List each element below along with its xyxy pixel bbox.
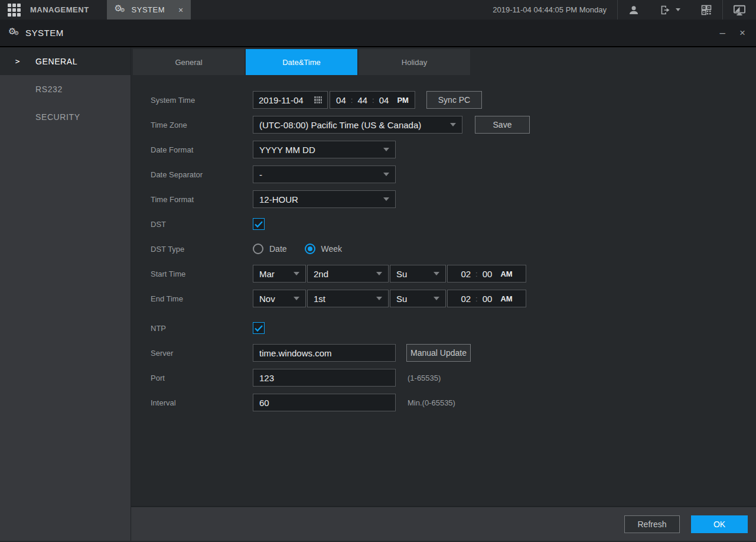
hour-value: 04 (336, 95, 346, 105)
content-panel: General Date&Time Holiday System Time 20… (131, 47, 756, 541)
radio-icon (253, 244, 263, 254)
date-separator-label: Date Separator (151, 170, 253, 179)
apps-grid-icon[interactable] (8, 4, 21, 17)
window-title: SYSTEM (25, 28, 64, 38)
chevron-down-icon (294, 272, 299, 275)
display-icon[interactable] (723, 0, 756, 20)
interval-input[interactable] (253, 394, 395, 411)
save-button[interactable]: Save (475, 116, 530, 134)
date-separator-dropdown[interactable]: - (253, 165, 396, 183)
refresh-button[interactable]: Refresh (624, 515, 680, 533)
end-day-value: Su (396, 294, 407, 304)
radio-label: Week (321, 244, 343, 254)
time-zone-label: Time Zone (151, 121, 253, 129)
hour-value: 02 (461, 269, 471, 279)
chevron-down-icon (383, 173, 389, 176)
interval-input-box (253, 394, 396, 411)
chevron-down-icon (376, 272, 382, 275)
colon: : (475, 294, 478, 303)
topbar-datetime: 2019-11-04 04:44:05 PM Monday (493, 5, 607, 14)
tab-holiday[interactable]: Holiday (359, 49, 470, 75)
ok-button[interactable]: OK (691, 515, 748, 533)
selected-arrow-icon: > (0, 57, 35, 66)
start-month-value: Mar (259, 269, 275, 279)
start-time-label: Start Time (151, 270, 253, 278)
calendar-icon[interactable] (314, 96, 322, 103)
system-time-field[interactable]: 04 : 44 : 04 PM (330, 91, 415, 109)
start-time-field[interactable]: 02 : 00 AM (447, 265, 526, 283)
chevron-down-icon (383, 148, 389, 151)
sidebar-item-rs232[interactable]: > RS232 (0, 75, 131, 103)
port-input[interactable] (253, 369, 395, 386)
colon: : (351, 96, 353, 105)
time-format-value: 12-HOUR (259, 194, 298, 205)
ntp-checkbox[interactable] (253, 322, 265, 334)
sidebar-item-general[interactable]: > GENERAL (0, 47, 131, 75)
tab-close-icon[interactable]: × (178, 5, 183, 15)
port-hint: (1-65535) (408, 374, 441, 382)
chevron-down-icon (434, 297, 439, 300)
server-input-box (253, 344, 396, 362)
start-week-dropdown[interactable]: 2nd (307, 265, 389, 283)
end-month-dropdown[interactable]: Nov (253, 290, 306, 307)
ampm-value: AM (500, 270, 512, 278)
hour-value: 02 (461, 294, 471, 304)
date-format-dropdown[interactable]: YYYY MM DD (253, 141, 396, 158)
second-value: 04 (379, 95, 389, 105)
time-zone-dropdown[interactable]: (UTC-08:00) Pacific Time (US & Canada) (253, 116, 462, 134)
date-time-form: System Time 2019-11-04 04 : 44 : 04 PM S (131, 75, 756, 506)
ntp-label: NTP (151, 324, 253, 333)
start-day-dropdown[interactable]: Su (390, 265, 446, 283)
sidebar-item-label: GENERAL (35, 57, 77, 66)
gear-icon: ⚙⚙ (8, 28, 20, 38)
time-zone-value: (UTC-08:00) Pacific Time (US & Canada) (259, 120, 421, 130)
end-month-value: Nov (259, 294, 275, 304)
interval-label: Interval (151, 398, 253, 407)
tab-bar: General Date&Time Holiday (131, 49, 756, 75)
logout-icon[interactable] (650, 0, 690, 20)
end-week-dropdown[interactable]: 1st (307, 290, 389, 307)
chevron-down-icon (434, 272, 439, 275)
sidebar-item-label: RS232 (35, 85, 63, 94)
time-format-label: Time Format (151, 195, 253, 204)
start-month-dropdown[interactable]: Mar (253, 265, 306, 283)
footer-bar: Refresh OK (131, 506, 756, 541)
system-tab[interactable]: ⚙⚙ SYSTEM × (107, 0, 191, 20)
tab-date-time[interactable]: Date&Time (246, 49, 357, 75)
chevron-down-icon (450, 123, 456, 126)
user-icon[interactable] (618, 0, 650, 20)
gear-icon: ⚙⚙ (115, 5, 126, 15)
manual-update-button[interactable]: Manual Update (406, 344, 471, 362)
end-time-label: End Time (151, 294, 253, 303)
tab-general[interactable]: General (133, 49, 245, 75)
sidebar-item-security[interactable]: > SECURITY (0, 103, 131, 131)
dst-type-week-radio[interactable]: Week (305, 244, 343, 254)
window-title-bar: ⚙⚙ SYSTEM – × (0, 20, 756, 47)
chevron-down-icon (676, 8, 680, 11)
topbar-right: 2019-11-04 04:44:05 PM Monday (493, 0, 756, 20)
start-week-value: 2nd (314, 269, 328, 279)
dst-type-date-radio[interactable]: Date (253, 244, 287, 254)
sync-pc-button[interactable]: Sync PC (426, 91, 482, 109)
radio-label: Date (269, 244, 287, 254)
time-format-dropdown[interactable]: 12-HOUR (253, 190, 396, 208)
qr-code-icon[interactable] (690, 0, 722, 20)
management-label[interactable]: MANAGEMENT (30, 5, 89, 14)
end-day-dropdown[interactable]: Su (390, 290, 446, 307)
server-input[interactable] (253, 345, 395, 361)
dst-label: DST (151, 220, 253, 229)
close-button[interactable]: × (739, 28, 745, 38)
end-week-value: 1st (314, 294, 325, 304)
end-time-field[interactable]: 02 : 00 AM (447, 290, 526, 307)
interval-hint: Min.(0-65535) (408, 398, 455, 407)
dst-checkbox[interactable] (253, 218, 265, 230)
colon: : (372, 96, 374, 105)
colon: : (475, 270, 478, 278)
system-time-label: System Time (151, 96, 253, 105)
minute-value: 44 (357, 95, 367, 105)
chevron-down-icon (376, 297, 382, 300)
system-date-field[interactable]: 2019-11-04 (253, 91, 328, 109)
minimize-button[interactable]: – (720, 28, 725, 38)
minute-value: 00 (483, 294, 493, 304)
dst-type-label: DST Type (151, 245, 253, 254)
